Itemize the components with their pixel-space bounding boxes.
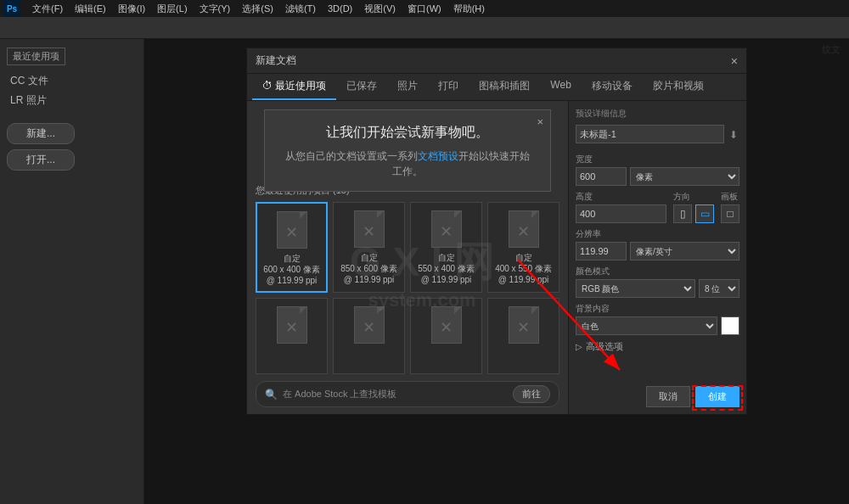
- height-input[interactable]: [576, 204, 666, 223]
- file-icon-7: ✕: [507, 305, 541, 344]
- new-button[interactable]: 新建...: [7, 123, 75, 144]
- canvas-button[interactable]: □: [721, 204, 739, 223]
- preset-details-title: 预设详细信息: [576, 108, 739, 120]
- sidebar-item-lr[interactable]: LR 照片: [7, 92, 137, 109]
- recent-section: 您最近使用的项目 (13) ✕ 自定: [247, 177, 568, 374]
- tab-web[interactable]: Web: [540, 74, 581, 100]
- file-icon-6: ✕: [430, 305, 464, 344]
- menu-3d[interactable]: 3D(D): [323, 2, 357, 15]
- file-icon-body-7: ✕: [509, 306, 539, 344]
- file-icon-x-5: ✕: [363, 318, 375, 337]
- color-mode-row: RGB 颜色 CMYK 颜色 灰度 8 位 16 位 32 位: [576, 279, 739, 298]
- recent-item-2[interactable]: ✕ 自定 550 x 400 像素 @ 119.99 ppi: [410, 202, 482, 293]
- dialog-overlay: 新建文档 × ⏱ 最近使用项 已保存 照片 打印 图稿和插图 Web 移动设备 …: [144, 39, 849, 504]
- stock-bar-text: 在 Adobe Stock 上查找模板: [283, 388, 508, 400]
- new-doc-dialog: 新建文档 × ⏱ 最近使用项 已保存 照片 打印 图稿和插图 Web 移动设备 …: [246, 48, 747, 415]
- recent-item-label-1: 自定 850 x 600 像素 @ 119.99 ppi: [337, 252, 401, 285]
- search-icon: 🔍: [265, 389, 278, 400]
- stock-goto-button[interactable]: 前往: [513, 385, 550, 403]
- bg-content-select[interactable]: 白色 黑色 透明: [576, 316, 717, 335]
- landscape-button[interactable]: ▭: [695, 204, 714, 223]
- resolution-input[interactable]: [576, 242, 627, 260]
- color-swatch[interactable]: [721, 316, 739, 335]
- menu-text[interactable]: 文字(Y): [194, 1, 236, 17]
- file-icon-body-0: ✕: [277, 211, 307, 249]
- menubar: Ps 文件(F) 编辑(E) 图像(I) 图层(L) 文字(Y) 选择(S) 滤…: [0, 0, 849, 17]
- recent-item-4[interactable]: ✕: [256, 298, 328, 374]
- recent-item-label-0: 自定 600 x 400 像素 @ 119.99 ppi: [261, 253, 323, 286]
- preset-link[interactable]: 文档预设: [418, 150, 458, 162]
- file-icon-x-7: ✕: [517, 318, 530, 337]
- menu-layer[interactable]: 图层(L): [152, 1, 192, 17]
- width-input[interactable]: [576, 167, 627, 186]
- tab-print[interactable]: 打印: [428, 74, 469, 100]
- height-label: 高度: [576, 191, 666, 203]
- bg-content-label: 背景内容: [576, 303, 739, 315]
- file-icon-2: ✕: [430, 210, 464, 249]
- sidebar-item-cc[interactable]: CC 文件: [7, 72, 137, 90]
- toolbar: [0, 17, 849, 39]
- menu-filter[interactable]: 滤镜(T): [280, 1, 321, 17]
- doc-name-input[interactable]: [576, 125, 724, 143]
- menu-view[interactable]: 视图(V): [359, 1, 401, 17]
- tab-mobile[interactable]: 移动设备: [582, 74, 643, 100]
- tab-photo[interactable]: 照片: [387, 74, 428, 100]
- resolution-row: 像素/英寸 像素/厘米: [576, 242, 739, 260]
- color-mode-select[interactable]: RGB 颜色 CMYK 颜色 灰度: [576, 279, 695, 298]
- stock-search-bar: 🔍 在 Adobe Stock 上查找模板 前往: [256, 381, 559, 407]
- menu-edit[interactable]: 编辑(E): [70, 1, 111, 17]
- height-section: 高度: [576, 186, 666, 223]
- inner-dialog: × 让我们开始尝试新事物吧。 从您自己的文档设置或一系列文档预设开始以快速开始工…: [264, 109, 551, 192]
- workspace: 最近使用项 CC 文件 LR 照片 新建... 打开... 纹文 新建文档 × …: [0, 39, 849, 504]
- inner-dialog-title: 让我们开始尝试新事物吧。: [282, 124, 533, 142]
- dialog-close-button[interactable]: ×: [731, 54, 738, 68]
- tab-saved[interactable]: 已保存: [336, 74, 387, 100]
- orientation-label: 方向: [673, 191, 714, 203]
- inner-dialog-body: 让我们开始尝试新事物吧。 从您自己的文档设置或一系列文档预设开始以快速开始工作。: [265, 110, 550, 191]
- ps-logo: Ps: [3, 0, 20, 17]
- recent-item-5[interactable]: ✕: [333, 298, 405, 374]
- menu-select[interactable]: 选择(S): [237, 1, 278, 17]
- recent-item-7[interactable]: ✕: [487, 298, 559, 374]
- inner-dialog-close[interactable]: ×: [537, 115, 543, 128]
- right-panel: 预设详细信息 ⬇ 宽度 像素 英寸 厘米: [568, 101, 746, 414]
- orientation-buttons: ▯ ▭: [673, 204, 714, 223]
- tab-film[interactable]: 胶片和视频: [643, 74, 714, 100]
- dialog-titlebar: 新建文档 ×: [247, 48, 746, 74]
- color-depth-select[interactable]: 8 位 16 位 32 位: [699, 279, 739, 298]
- cancel-button[interactable]: 取消: [646, 386, 690, 407]
- recent-item-1[interactable]: ✕ 自定 850 x 600 像素 @ 119.99 ppi: [333, 202, 405, 293]
- height-orientation-row: 高度 方向 ▯ ▭ 画板: [576, 186, 739, 223]
- main-content: 纹文 新建文档 × ⏱ 最近使用项 已保存 照片 打印 图稿和插图 Web: [144, 39, 849, 504]
- menu-window[interactable]: 窗口(W): [402, 1, 447, 17]
- dialog-title: 新建文档: [256, 53, 296, 68]
- resolution-unit-select[interactable]: 像素/英寸 像素/厘米: [630, 242, 739, 260]
- file-icon-body-6: ✕: [431, 306, 462, 344]
- file-icon-x-6: ✕: [440, 318, 453, 337]
- color-mode-label: 颜色模式: [576, 266, 739, 277]
- dialog-body: × 让我们开始尝试新事物吧。 从您自己的文档设置或一系列文档预设开始以快速开始工…: [247, 101, 746, 414]
- menu-image[interactable]: 图像(I): [113, 1, 150, 17]
- advanced-options-toggle[interactable]: ▷ 高级选项: [576, 340, 739, 353]
- open-button[interactable]: 打开...: [7, 149, 75, 171]
- file-icon-0: ✕: [275, 210, 309, 249]
- sidebar-buttons: 新建... 打开...: [7, 123, 137, 171]
- menu-help[interactable]: 帮助(H): [448, 1, 490, 17]
- recent-item-6[interactable]: ✕: [410, 298, 482, 374]
- recent-item-0[interactable]: ✕ 自定 600 x 400 像素 @ 119.99 ppi: [256, 202, 328, 293]
- tab-illustration[interactable]: 图稿和插图: [469, 74, 540, 100]
- file-icon-x-2: ✕: [440, 222, 453, 241]
- portrait-button[interactable]: ▯: [673, 204, 692, 223]
- menu-file[interactable]: 文件(F): [27, 1, 68, 17]
- recent-grid: ✕ 自定 600 x 400 像素 @ 119.99 ppi: [256, 202, 559, 374]
- create-button[interactable]: 创建: [695, 386, 739, 407]
- dialog-tabs: ⏱ 最近使用项 已保存 照片 打印 图稿和插图 Web 移动设备 胶片和视频: [247, 74, 746, 101]
- file-icon-x-3: ✕: [517, 222, 530, 241]
- file-icon-x-0: ✕: [285, 223, 298, 242]
- canvas-label: 画板: [721, 191, 739, 203]
- tab-recent[interactable]: ⏱ 最近使用项: [252, 74, 336, 100]
- recent-item-3[interactable]: ✕ 自定 400 x 550 像素 @ 119.99 ppi: [487, 202, 559, 293]
- width-unit-select[interactable]: 像素 英寸 厘米: [630, 167, 739, 186]
- download-icon: ⬇: [728, 129, 739, 141]
- width-label: 宽度: [576, 154, 739, 165]
